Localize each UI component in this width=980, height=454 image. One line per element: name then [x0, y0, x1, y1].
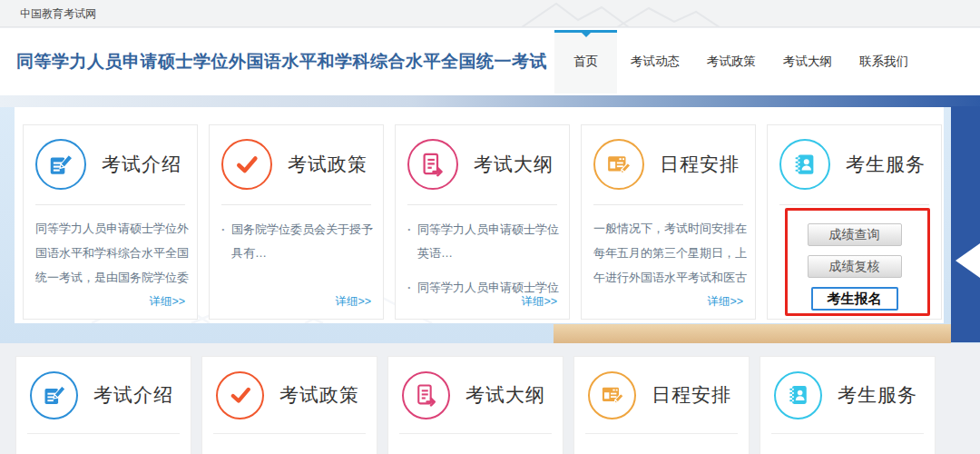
- divider: [221, 204, 371, 205]
- nav-tab-exam-news[interactable]: 考试动态: [617, 30, 693, 94]
- card-header: 日程安排: [593, 137, 748, 192]
- detail-link[interactable]: 详细>>: [149, 294, 185, 310]
- card-title: 考生服务: [846, 152, 926, 177]
- nav-tab-label: 首页: [573, 54, 598, 70]
- card-title: 考试大纲: [474, 152, 554, 177]
- card-description: 同等学力人员申请硕士学位外国语水平和学科综合水平全国统一考试，是由国务院学位委: [35, 216, 191, 290]
- calendar-pencil-icon: [588, 371, 636, 419]
- document-arrow-icon: [407, 139, 458, 190]
- page: 中国教育考试网 同等学力人员申请硕士学位外国语水平和学科综合水平全国统一考试 首…: [0, 0, 980, 454]
- divider: [399, 433, 552, 434]
- candidate-register-button[interactable]: 考生报名: [811, 287, 898, 311]
- card-header: 日程安排: [588, 370, 741, 420]
- bottom-card-exam-policy[interactable]: 考试政策: [201, 356, 377, 454]
- checkmark-icon: [216, 371, 264, 419]
- main-nav: 首页 考试动态 考试政策 考试大纲 联系我们: [554, 30, 922, 94]
- card-exam-policy: 考试政策 国务院学位委员会关于授予具有… 详细>>: [209, 124, 384, 320]
- divider: [213, 433, 366, 434]
- card-header: 考试介绍: [35, 137, 190, 192]
- page-title: 同等学力人员申请硕士学位外国语水平和学科综合水平全国统一考试: [16, 50, 547, 74]
- card-header: 考生服务: [779, 137, 934, 192]
- nav-tab-label: 考试政策: [707, 54, 756, 70]
- score-query-button[interactable]: 成绩查询: [808, 223, 902, 246]
- banner-beige-strip: [554, 324, 951, 343]
- bullet-item[interactable]: 国务院学位委员会关于授予具有…: [221, 218, 377, 265]
- nav-tab-exam-policy[interactable]: 考试政策: [693, 30, 769, 94]
- document-pencil-icon: [30, 371, 78, 419]
- contact-book-icon: [774, 371, 822, 419]
- score-review-button[interactable]: 成绩复核: [808, 255, 902, 278]
- nav-tab-label: 考试动态: [631, 54, 680, 70]
- detail-link[interactable]: 详细>>: [707, 294, 743, 310]
- banner-blue-ribbon: [951, 106, 980, 342]
- checkmark-icon: [221, 139, 272, 190]
- banner-chevron-icon: [956, 243, 980, 278]
- card-exam-outline: 考试大纲 同等学力人员申请硕士学位英语… 同等学力人员申请硕士学位英语… 详细>…: [395, 124, 570, 320]
- divider: [771, 433, 924, 434]
- bottom-card-schedule[interactable]: 日程安排: [573, 356, 750, 454]
- card-title: 考试介绍: [93, 382, 173, 408]
- document-pencil-icon: [35, 139, 86, 190]
- divider: [407, 204, 557, 205]
- card-title: 日程安排: [652, 382, 731, 408]
- bottom-card-exam-intro[interactable]: 考试介绍: [15, 356, 191, 454]
- card-schedule: 日程安排 一般情况下，考试时间安排在每年五月的第三个星期日，上午进行外国语水平考…: [581, 124, 756, 320]
- main-panel: 考试介绍 同等学力人员申请硕士学位外国语水平和学科综合水平全国统一考试，是由国务…: [15, 107, 944, 323]
- mountain-watermark-icon: [522, 0, 730, 27]
- divider: [593, 204, 743, 205]
- divider: [585, 433, 738, 434]
- banner-top-gradient: [0, 95, 980, 107]
- header: 同等学力人员申请硕士学位外国语水平和学科综合水平全国统一考试 首页 考试动态 考…: [0, 28, 980, 95]
- contact-book-icon: [779, 139, 830, 190]
- divider: [35, 204, 185, 205]
- nav-tab-exam-outline[interactable]: 考试大纲: [769, 30, 846, 94]
- card-header: 考试政策: [216, 370, 369, 420]
- card-header: 考试政策: [221, 137, 376, 192]
- detail-link[interactable]: 详细>>: [335, 294, 371, 310]
- detail-link[interactable]: 详细>>: [521, 294, 557, 310]
- nav-tab-label: 考试大纲: [783, 54, 832, 70]
- card-header: 考试大纲: [402, 370, 555, 420]
- bottom-card-candidate-services[interactable]: 考生服务: [760, 356, 936, 454]
- card-title: 考试政策: [288, 152, 368, 177]
- card-title: 考生服务: [838, 382, 917, 408]
- card-candidate-services: 考生服务 成绩查询 成绩复核 考生报名: [767, 124, 942, 320]
- nav-tab-home[interactable]: 首页: [554, 30, 617, 94]
- card-title: 考试政策: [279, 382, 359, 408]
- card-title: 考试介绍: [102, 152, 181, 177]
- card-header: 考生服务: [774, 370, 927, 420]
- service-buttons: 成绩查询 成绩复核 考生报名: [768, 223, 941, 311]
- active-tab-caret-icon: [582, 33, 591, 42]
- bottom-card-exam-outline[interactable]: 考试大纲: [387, 356, 564, 454]
- card-exam-intro: 考试介绍 同等学力人员申请硕士学位外国语水平和学科综合水平全国统一考试，是由国务…: [23, 124, 198, 320]
- divider: [779, 204, 929, 205]
- document-arrow-icon: [402, 371, 450, 419]
- card-description: 一般情况下，考试时间安排在每年五月的第三个星期日，上午进行外国语水平考试和医古: [593, 216, 749, 290]
- card-bullet-list: 同等学力人员申请硕士学位英语… 同等学力人员申请硕士学位英语…: [407, 218, 563, 305]
- card-title: 日程安排: [660, 152, 740, 177]
- bullet-item[interactable]: 同等学力人员申请硕士学位英语…: [407, 218, 563, 265]
- topbar: 中国教育考试网: [0, 0, 980, 27]
- card-header: 考试介绍: [30, 370, 183, 420]
- nav-tab-contact-us[interactable]: 联系我们: [846, 30, 922, 94]
- site-name: 中国教育考试网: [20, 0, 96, 27]
- card-title: 考试大纲: [466, 382, 545, 408]
- card-bullet-list: 国务院学位委员会关于授予具有…: [221, 218, 377, 265]
- divider: [27, 433, 180, 434]
- card-header: 考试大纲: [407, 137, 562, 192]
- nav-tab-label: 联系我们: [859, 54, 908, 70]
- calendar-pencil-icon: [593, 139, 644, 190]
